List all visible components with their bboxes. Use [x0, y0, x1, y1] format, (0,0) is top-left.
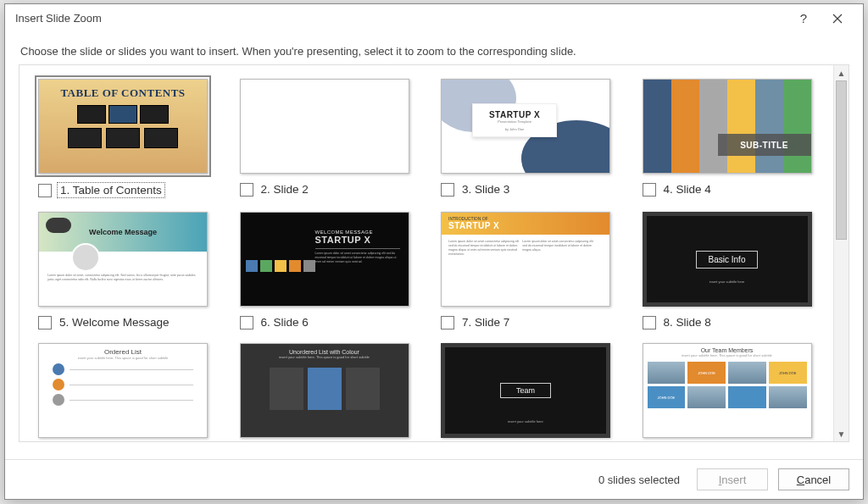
slide-thumbnail[interactable]: WELCOME MESSAGESTARTUP XLorem ipsum dolo… [240, 212, 409, 307]
slide-thumbnail[interactable] [240, 79, 409, 174]
slide-item: STARTUP XPresentation Templateby John Do… [441, 79, 620, 198]
vertical-scrollbar[interactable]: ▲ ▼ [833, 65, 849, 441]
slide-label[interactable]: 6. Slide 6 [259, 315, 311, 330]
slide-checkbox[interactable] [240, 316, 253, 330]
cancel-button[interactable]: Cancel [778, 468, 849, 490]
insert-slide-zoom-dialog: Insert Slide Zoom ? Choose the slide or … [4, 3, 864, 500]
slide-thumbnail[interactable]: Welcome Message Lorem ipsum dolor sit am… [38, 212, 208, 307]
scroll-down-arrow-icon[interactable]: ▼ [834, 426, 849, 441]
slide-checkbox[interactable] [38, 184, 52, 197]
slide-item: TABLE OF CONTENTS 1. Table of Contents [38, 79, 218, 198]
scroll-up-arrow-icon[interactable]: ▲ [834, 65, 849, 80]
slide-checkbox[interactable] [38, 316, 52, 330]
titlebar: Insert Slide Zoom ? [5, 4, 863, 33]
selection-status: 0 slides selected [598, 474, 680, 486]
slide-chooser: TABLE OF CONTENTS 1. Table of Contents 2… [19, 64, 849, 442]
slide-thumbnail[interactable]: Unordered List with Colour insert your s… [240, 343, 409, 438]
thumb-title: TABLE OF CONTENTS [39, 80, 207, 100]
slide-label[interactable]: 1. Table of Contents [57, 182, 165, 198]
slide-checkbox[interactable] [643, 316, 656, 330]
instruction-text: Choose the slide or slides you want to i… [5, 33, 863, 64]
slide-thumbnail[interactable]: Our Team Members insert your subtitle he… [643, 343, 812, 438]
slide-thumbnail[interactable]: SUB-TITLE [643, 79, 812, 174]
help-icon: ? [800, 11, 807, 25]
slide-checkbox[interactable] [240, 183, 253, 197]
thumb-title: Ordered List [39, 344, 207, 356]
thumb-title: STARTUP X [315, 235, 400, 245]
slide-thumbnail[interactable]: Team insert your subtitle here [441, 343, 610, 438]
slide-item: Unordered List with Colour insert your s… [240, 343, 420, 438]
slide-item: 2. Slide 2 [240, 79, 420, 198]
slide-label[interactable]: 3. Slide 3 [459, 182, 512, 197]
slide-item: Ordered List insert your subtitle here. … [38, 343, 218, 438]
slide-item: WELCOME MESSAGESTARTUP XLorem ipsum dolo… [240, 212, 420, 330]
slide-item: Team insert your subtitle here [441, 343, 620, 438]
slide-thumbnail[interactable]: STARTUP XPresentation Templateby John Do… [441, 79, 610, 174]
slide-label[interactable]: 2. Slide 2 [259, 182, 311, 197]
slide-item: Welcome Message Lorem ipsum dolor sit am… [38, 212, 218, 330]
close-button[interactable] [821, 6, 854, 31]
close-icon [832, 14, 843, 24]
slide-item: SUB-TITLE 4. Slide 4 [643, 79, 822, 198]
help-button[interactable]: ? [787, 6, 821, 31]
slide-checkbox[interactable] [643, 183, 656, 197]
thumb-title: STARTUP X [448, 221, 499, 230]
thumb-title: Welcome Message [89, 228, 157, 236]
slide-checkbox[interactable] [441, 316, 454, 330]
slide-thumbnail[interactable]: TABLE OF CONTENTS [38, 79, 208, 174]
dialog-title: Insert Slide Zoom [15, 12, 787, 25]
insert-button[interactable]: Insert [697, 468, 768, 490]
slide-thumbnail[interactable]: INTRODUCTION OFSTARTUP X Lorem ipsum dol… [441, 212, 610, 307]
dialog-footer: 0 slides selected Insert Cancel [5, 459, 863, 499]
thumb-title: SUB-TITLE [718, 134, 811, 156]
slide-label[interactable]: 5. Welcome Message [57, 315, 172, 330]
slide-thumbnail[interactable]: Ordered List insert your subtitle here. … [38, 343, 208, 438]
slide-scroll-region[interactable]: TABLE OF CONTENTS 1. Table of Contents 2… [19, 65, 833, 441]
thumb-title: STARTUP X [489, 110, 540, 119]
slide-label[interactable]: 4. Slide 4 [661, 182, 714, 197]
thumb-title: Basic Info [696, 251, 759, 269]
scrollbar-thumb[interactable] [836, 80, 847, 240]
thumb-title: Team [500, 383, 551, 398]
thumb-title: Our Team Members [643, 344, 811, 353]
scrollbar-track[interactable] [834, 80, 849, 426]
slide-label[interactable]: 7. Slide 7 [459, 315, 512, 330]
slide-item: INTRODUCTION OFSTARTUP X Lorem ipsum dol… [441, 212, 620, 330]
slide-label[interactable]: 8. Slide 8 [661, 315, 714, 330]
slide-thumbnail[interactable]: Basic Info insert your subtitle here [643, 212, 812, 307]
slide-item: Basic Info insert your subtitle here 8. … [643, 212, 822, 330]
slide-grid: TABLE OF CONTENTS 1. Table of Contents 2… [19, 65, 830, 441]
slide-checkbox[interactable] [441, 183, 454, 197]
thumb-title: Unordered List with Colour [241, 344, 409, 355]
slide-item: Our Team Members insert your subtitle he… [643, 343, 822, 438]
